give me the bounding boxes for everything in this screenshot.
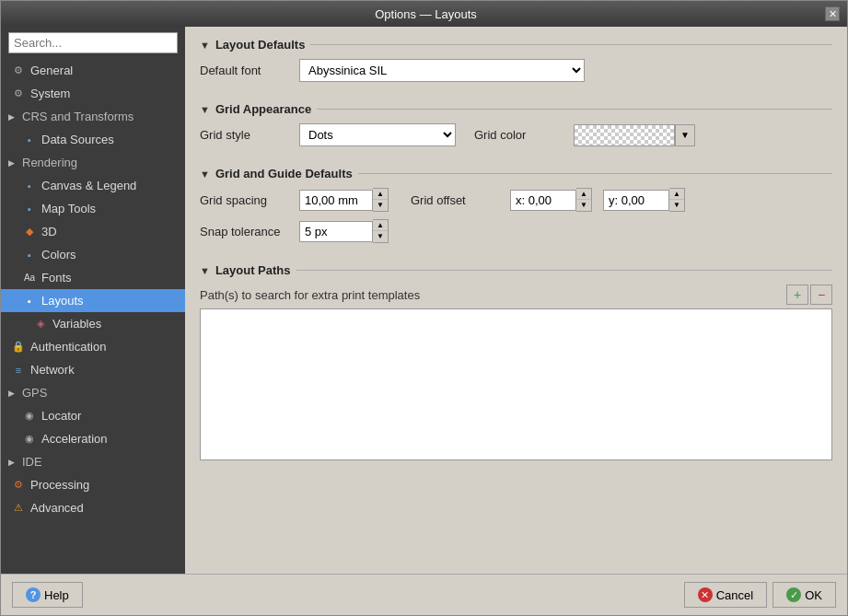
window-body: ⚙ General ⚙ System ▶ CRS and Transforms …: [1, 27, 847, 574]
sidebar-item-system[interactable]: ⚙ System: [1, 82, 185, 105]
search-input[interactable]: [8, 32, 178, 53]
auth-icon: 🔒: [12, 341, 25, 354]
grid-color-label: Grid color: [474, 128, 566, 142]
sidebar-item-rendering[interactable]: ▶ Rendering: [1, 151, 185, 174]
grid-spacing-row: Grid spacing ▲ ▼ Grid offset ▲ ▼: [200, 188, 832, 212]
ok-button[interactable]: ✓ OK: [772, 582, 836, 608]
paths-header: Path(s) to search for extra print templa…: [200, 285, 832, 305]
section-header-grid-guide: ▼ Grid and Guide Defaults: [200, 167, 832, 180]
snap-tolerance-down-btn[interactable]: ▼: [373, 231, 388, 242]
sidebar-item-label: Layouts: [41, 294, 84, 308]
sidebar-item-label: IDE: [22, 455, 42, 469]
cancel-button[interactable]: ✕ Cancel: [684, 582, 767, 608]
section-arrow-icon: ▼: [200, 169, 210, 180]
grid-offset-y-up-btn[interactable]: ▲: [669, 189, 684, 200]
grid-offset-y-down-btn[interactable]: ▼: [669, 200, 684, 211]
section-divider: [358, 173, 832, 174]
section-arrow-icon: ▼: [200, 40, 210, 51]
bottom-bar: ? Help ✕ Cancel ✓ OK: [1, 574, 847, 615]
default-font-row: Default font Abyssinica SIL: [200, 59, 832, 82]
ide-arrow-icon: ▶: [8, 458, 15, 467]
variables-icon: ◈: [34, 318, 47, 331]
grid-offset-label: Grid offset: [411, 193, 503, 207]
section-header-layout-paths: ▼ Layout Paths: [200, 263, 832, 277]
sidebar-item-authentication[interactable]: 🔒 Authentication: [1, 335, 185, 358]
grid-offset-y-spin-buttons: ▲ ▼: [669, 188, 685, 212]
help-button[interactable]: ? Help: [12, 582, 83, 608]
sidebar-item-fonts[interactable]: Aa Fonts: [1, 266, 185, 289]
sidebar-item-locator[interactable]: ◉ Locator: [1, 404, 185, 427]
add-path-button[interactable]: +: [786, 285, 808, 305]
sidebar-item-acceleration[interactable]: ◉ Acceleration: [1, 427, 185, 450]
sidebar-item-processing[interactable]: ⚙ Processing: [1, 473, 185, 496]
sidebar-item-ide[interactable]: ▶ IDE: [1, 450, 185, 473]
paths-list[interactable]: [200, 308, 832, 460]
sidebar-item-data-sources[interactable]: ▪ Data Sources: [1, 128, 185, 151]
grid-style-label: Grid style: [200, 128, 292, 142]
advanced-icon: ⚠: [12, 502, 25, 515]
crs-arrow-icon: ▶: [8, 112, 15, 122]
sidebar-item-colors[interactable]: ▪ Colors: [1, 243, 185, 266]
grid-offset-x-down-btn[interactable]: ▼: [576, 200, 591, 211]
snap-tolerance-input[interactable]: [299, 221, 373, 242]
sidebar-item-gps[interactable]: ▶ GPS: [1, 381, 185, 404]
sidebar-item-label: Fonts: [41, 271, 72, 285]
section-title: Layout Defaults: [215, 38, 306, 52]
sidebar-item-variables[interactable]: ◈ Variables: [1, 312, 185, 335]
grid-spacing-input[interactable]: [299, 190, 373, 211]
sidebar-item-label: System: [30, 87, 70, 100]
snap-tolerance-spinbox: ▲ ▼: [299, 219, 389, 243]
paths-label: Path(s) to search for extra print templa…: [200, 288, 420, 302]
grid-appearance-section: ▼ Grid Appearance Grid style Dots Grid c…: [200, 102, 832, 154]
remove-path-button[interactable]: −: [810, 285, 832, 305]
grid-offset-x-up-btn[interactable]: ▲: [576, 189, 591, 200]
snap-tolerance-label: Snap tolerance: [200, 225, 292, 238]
sidebar-item-map-tools[interactable]: ▪ Map Tools: [1, 197, 185, 220]
general-icon: ⚙: [12, 64, 25, 77]
layouts-icon: ▪: [23, 295, 36, 308]
sidebar-item-label: 3D: [41, 225, 57, 238]
sidebar: ⚙ General ⚙ System ▶ CRS and Transforms …: [1, 27, 185, 574]
sidebar-item-crs[interactable]: ▶ CRS and Transforms: [1, 105, 185, 128]
sidebar-item-label: Authentication: [30, 340, 106, 354]
gps-arrow-icon: ▶: [8, 389, 15, 398]
processing-icon: ⚙: [12, 479, 25, 492]
sidebar-item-3d[interactable]: ◆ 3D: [1, 220, 185, 243]
section-header-layout-defaults: ▼ Layout Defaults: [200, 38, 832, 52]
sidebar-item-general[interactable]: ⚙ General: [1, 59, 185, 82]
section-divider: [317, 109, 832, 110]
section-arrow-icon: ▼: [200, 104, 210, 115]
section-title: Grid Appearance: [215, 102, 311, 116]
grid-color-dropdown-btn[interactable]: ▼: [675, 124, 695, 146]
help-label: Help: [44, 588, 69, 602]
grid-spacing-spin-buttons: ▲ ▼: [373, 188, 389, 212]
cancel-icon: ✕: [698, 587, 713, 602]
grid-offset-y-input[interactable]: [603, 190, 669, 211]
snap-tolerance-up-btn[interactable]: ▲: [373, 220, 388, 231]
section-divider: [310, 44, 832, 45]
sidebar-item-canvas[interactable]: ▪ Canvas & Legend: [1, 174, 185, 197]
grid-color-box[interactable]: [574, 124, 675, 146]
sidebar-item-label: Colors: [41, 248, 76, 262]
sidebar-item-layouts[interactable]: ▪ Layouts: [1, 289, 185, 312]
sidebar-item-label: Variables: [52, 317, 101, 331]
grid-offset-x-input[interactable]: [510, 190, 576, 211]
colors-icon: ▪: [23, 249, 36, 262]
title-bar: Options — Layouts ✕: [1, 1, 847, 27]
sidebar-item-network[interactable]: ≡ Network: [1, 358, 185, 381]
section-header-grid-appearance: ▼ Grid Appearance: [200, 102, 832, 116]
section-divider: [296, 270, 832, 271]
right-buttons: ✕ Cancel ✓ OK: [684, 582, 836, 608]
ok-icon: ✓: [786, 587, 801, 602]
ok-label: OK: [805, 588, 822, 602]
grid-spacing-spinbox: ▲ ▼: [299, 188, 389, 212]
sidebar-item-label: Map Tools: [41, 202, 96, 215]
sidebar-item-advanced[interactable]: ⚠ Advanced: [1, 496, 185, 519]
grid-spacing-up-btn[interactable]: ▲: [373, 189, 388, 200]
layout-paths-section: ▼ Layout Paths Path(s) to search for ext…: [200, 263, 832, 460]
default-font-select[interactable]: Abyssinica SIL: [299, 59, 585, 82]
grid-style-select[interactable]: Dots: [299, 123, 456, 146]
close-button[interactable]: ✕: [825, 6, 840, 21]
grid-spacing-down-btn[interactable]: ▼: [373, 200, 388, 211]
window-title: Options — Layouts: [27, 7, 825, 21]
